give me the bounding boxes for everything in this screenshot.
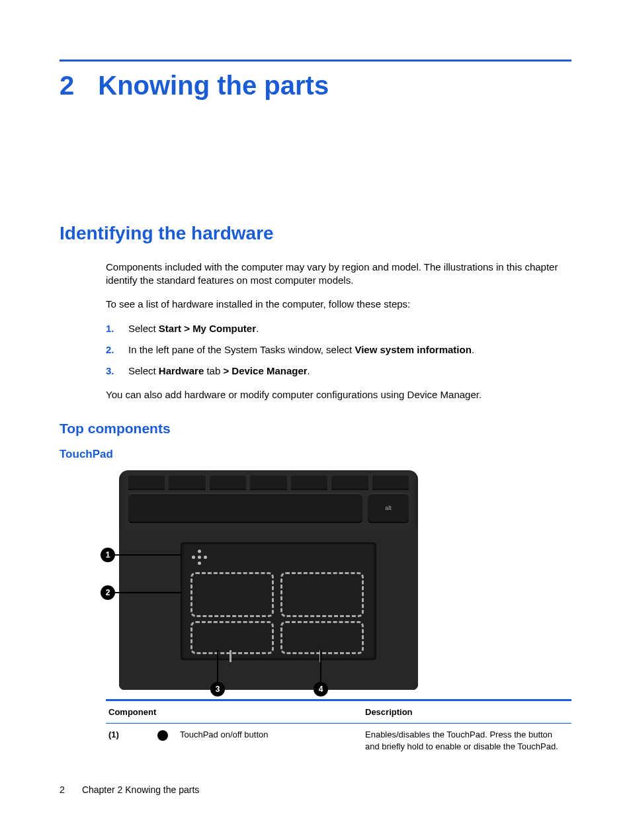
callout-badge-4: 4 bbox=[314, 682, 328, 696]
callout-line bbox=[115, 554, 181, 556]
intro-block: Components included with the computer ma… bbox=[106, 261, 565, 402]
dashed-zone bbox=[280, 572, 364, 617]
steps-list: Select Start > My Computer. In the left … bbox=[106, 322, 565, 378]
dashed-stem bbox=[230, 650, 231, 662]
intro-paragraph-1: Components included with the computer ma… bbox=[106, 261, 565, 288]
step-2: In the left pane of the System Tasks win… bbox=[106, 343, 565, 357]
table-header-row: Component Description bbox=[106, 701, 571, 724]
laptop-body: alt bbox=[119, 470, 418, 690]
spacebar-key bbox=[128, 493, 362, 523]
step-text-bold2: > Device Manager bbox=[223, 365, 307, 376]
subsection-h2: Top components bbox=[60, 419, 571, 438]
table-cell-desc: Enables/disables the TouchPad. Press the… bbox=[365, 729, 569, 752]
keyboard-row bbox=[128, 476, 409, 490]
table-header-component: Component bbox=[108, 706, 365, 718]
callout-badge-1: 1 bbox=[101, 548, 115, 562]
step-1: Select Start > My Computer. bbox=[106, 322, 565, 335]
callout-line bbox=[115, 592, 181, 593]
step-text-post: . bbox=[256, 323, 259, 334]
step-text-mid: tab bbox=[204, 365, 223, 376]
callout-badge-3: 3 bbox=[210, 682, 225, 696]
after-steps-paragraph: You can also add hardware or modify comp… bbox=[106, 388, 565, 401]
subsection-h3: TouchPad bbox=[60, 447, 571, 462]
dashed-zone bbox=[190, 621, 274, 654]
step-text-bold: Hardware bbox=[159, 365, 204, 376]
chapter-heading: 2 Knowing the parts bbox=[60, 72, 571, 99]
step-text-pre: In the left pane of the System Tasks win… bbox=[128, 344, 355, 355]
dashed-zone bbox=[280, 621, 364, 654]
components-table: Component Description (1) TouchPad on/of… bbox=[106, 699, 571, 758]
table-cell-num: (1) bbox=[108, 729, 146, 752]
dot-icon bbox=[157, 730, 168, 741]
callout-line bbox=[217, 650, 218, 682]
table-cell-name: TouchPad on/off button bbox=[180, 729, 365, 752]
callout-line bbox=[320, 650, 321, 682]
touchpad-illustration: 1 2 3 4 alt bbox=[106, 470, 418, 690]
section-heading: Identifying the hardware bbox=[60, 221, 571, 246]
page-number: 2 bbox=[60, 784, 79, 796]
step-text-post: . bbox=[308, 365, 310, 376]
table-header-description: Description bbox=[365, 706, 569, 718]
footer-chapter-label: Chapter 2 Knowing the parts bbox=[82, 784, 199, 795]
chapter-number: 2 bbox=[60, 72, 74, 99]
chapter-rule bbox=[60, 60, 571, 62]
step-text-pre: Select bbox=[128, 365, 159, 376]
step-text-pre: Select bbox=[128, 323, 159, 334]
document-page: 2 Knowing the parts Identifying the hard… bbox=[0, 0, 631, 840]
touchpad-onoff-icon bbox=[192, 550, 208, 566]
dashed-zone bbox=[190, 572, 274, 617]
chapter-title: Knowing the parts bbox=[98, 72, 329, 99]
alt-key: alt bbox=[368, 493, 409, 523]
page-footer: 2 Chapter 2 Knowing the parts bbox=[60, 784, 199, 796]
intro-paragraph-2: To see a list of hardware installed in t… bbox=[106, 298, 565, 311]
table-row: (1) TouchPad on/off button Enables/disab… bbox=[106, 724, 571, 757]
step-text-bold: Start > My Computer bbox=[159, 323, 256, 334]
callout-badge-2: 2 bbox=[101, 585, 115, 600]
step-text-post: . bbox=[472, 344, 474, 355]
table-cell-icon bbox=[146, 729, 180, 752]
step-3: Select Hardware tab > Device Manager. bbox=[106, 364, 565, 378]
step-text-bold: View system information bbox=[355, 344, 471, 355]
